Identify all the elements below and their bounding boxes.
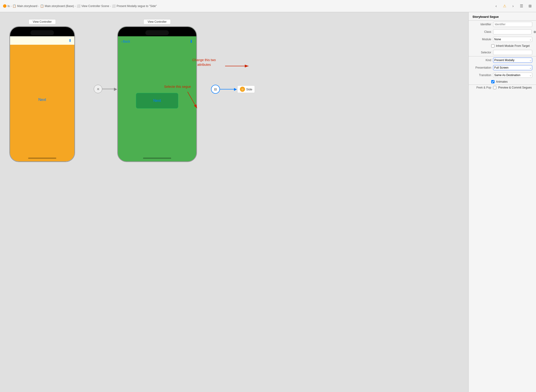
back-chevron: ‹ <box>121 40 122 43</box>
panel-row-class: Class UIStoryboardSegue ⊕ ▶ <box>469 28 536 36</box>
kind-select[interactable]: Present Modally <box>493 58 532 63</box>
presentation-label: Presentation <box>473 66 491 69</box>
storyboard-base-icon: 📋 <box>40 4 44 8</box>
toolbar-right: ‹ ⚠ › ☰ ⊞ <box>493 3 533 9</box>
transition-select[interactable]: Same As Destination <box>493 73 532 78</box>
breadcrumb-sep-2: › <box>38 5 39 8</box>
arrow-head-2: ▶ <box>234 87 237 91</box>
module-select-wrapper: None ⌄ <box>493 37 532 42</box>
animates-label: Animates <box>496 80 508 83</box>
panel-row-module: Module None ⌄ <box>469 36 536 43</box>
scene-2-label: View Controller <box>144 19 170 24</box>
breadcrumb-item-storyboard-base[interactable]: 📋 Main.storyboard (Base) <box>40 4 74 8</box>
class-input[interactable]: UIStoryboardSegue <box>493 29 531 34</box>
breadcrumb-item-storyboard[interactable]: 📋 Main.storyboard <box>12 4 37 8</box>
segue-node-1[interactable]: ⊞ <box>94 85 102 93</box>
right-panel: Storyboard Segue Identifier Class UIStor… <box>469 12 536 392</box>
download-icon: ⬇ <box>189 39 193 44</box>
breadcrumb-item-scene[interactable]: ⬜ View Controller Scene <box>77 4 109 8</box>
arrow-connector: ⊞ ▶ <box>94 85 117 93</box>
presentation-select[interactable]: Full Screen <box>493 65 532 70</box>
panel-row-inherit: Inherit Module From Target <box>469 43 536 49</box>
breadcrumb-sep-4: › <box>110 5 111 8</box>
forward-button[interactable]: › <box>510 3 516 9</box>
layout-button[interactable]: ⊞ <box>527 3 533 9</box>
module-select[interactable]: None <box>493 37 532 42</box>
scene-1: View Controller ⬆ <box>9 19 75 162</box>
breadcrumb: 🟠 Is › 📋 Main.storyboard › 📋 Main.storyb… <box>3 4 492 8</box>
next-label-2: Next <box>153 98 161 103</box>
panel-row-presentation: Presentation Full Screen ⌄ <box>469 64 536 71</box>
annotation-change-arrow <box>211 57 258 75</box>
inherit-label: Inherit Module From Target <box>496 44 530 47</box>
panel-row-identifier: Identifier <box>469 21 536 28</box>
breadcrumb-sep-3: › <box>75 5 76 8</box>
identifier-label: Identifier <box>473 23 491 26</box>
presentation-select-wrapper: Full Screen ⌄ <box>493 65 532 70</box>
next-button-green[interactable]: Next <box>136 93 178 108</box>
side-icon: ⊙ <box>240 87 245 92</box>
arrow-head-1: ▶ <box>114 87 117 91</box>
next-label-1: Next <box>38 98 46 102</box>
animates-checkbox[interactable] <box>491 80 494 83</box>
segue-icon: ⬜ <box>112 4 116 8</box>
warning-button[interactable]: ⚠ <box>501 3 508 9</box>
nav-bar: ‹ Back ⬇ <box>118 36 196 47</box>
share-icon: ⬆ <box>68 38 72 43</box>
annotation-select: Selecte this segue <box>164 85 191 89</box>
selector-label: Selector <box>473 51 491 54</box>
identifier-input[interactable] <box>493 22 532 27</box>
canvas-area[interactable]: View Controller ⬆ <box>0 12 469 392</box>
segue-connector: ⊟ ▶ ⊙ Side <box>211 85 255 94</box>
kind-label: Kind <box>473 59 491 62</box>
side-label: Side <box>246 88 252 91</box>
transition-select-wrapper: Same As Destination ⌄ <box>493 73 532 78</box>
side-target: ⊙ Side <box>237 85 255 93</box>
transition-label: Transition <box>473 74 491 77</box>
list-button[interactable]: ☰ <box>518 3 525 9</box>
peek-checkbox[interactable] <box>493 86 496 89</box>
segue-circle[interactable]: ⊟ <box>211 85 220 94</box>
scene-icon: ⬜ <box>77 4 80 8</box>
module-label: Module <box>473 38 491 41</box>
phone-1: ⬆ Next <box>9 26 75 162</box>
back-label: Back <box>123 40 130 43</box>
panel-row-kind: Kind Present Modally ⌄ <box>469 56 536 64</box>
panel-title: Storyboard Segue <box>469 12 536 20</box>
svg-line-3 <box>188 92 197 108</box>
kind-select-wrapper: Present Modally ⌄ <box>493 58 532 63</box>
main-container: View Controller ⬆ <box>0 12 536 392</box>
breadcrumb-sep-1: › <box>10 5 11 8</box>
annotation-select-arrow <box>178 89 206 113</box>
back-button[interactable]: ‹ <box>493 3 499 9</box>
panel-row-selector: Selector <box>469 49 536 56</box>
scene-1-label: View Controller <box>29 19 56 24</box>
selector-input[interactable] <box>493 50 532 55</box>
breadcrumb-item-segue[interactable]: ⬜ Present Modally segue to "Side" <box>112 4 157 8</box>
toolbar: 🟠 Is › 📋 Main.storyboard › 📋 Main.storyb… <box>0 0 536 12</box>
arrow-line-1 <box>102 89 114 89</box>
class-info-button[interactable]: ⊕ <box>533 29 536 34</box>
segue-line <box>220 89 234 89</box>
peek-label: Peek & Pop <box>473 86 491 89</box>
storyboard-icon: 📋 <box>12 4 16 8</box>
panel-row-animates: Animates <box>469 79 536 84</box>
breadcrumb-item-is[interactable]: 🟠 Is <box>3 4 10 8</box>
swift-icon: 🟠 <box>3 4 7 8</box>
class-label: Class <box>473 30 491 33</box>
panel-row-transition: Transition Same As Destination ⌄ <box>469 71 536 79</box>
panel-row-peek: Peek & Pop Preview & Commit Segues <box>469 85 536 90</box>
peek-text: Preview & Commit Segues <box>498 86 532 89</box>
inherit-checkbox[interactable] <box>491 44 494 47</box>
